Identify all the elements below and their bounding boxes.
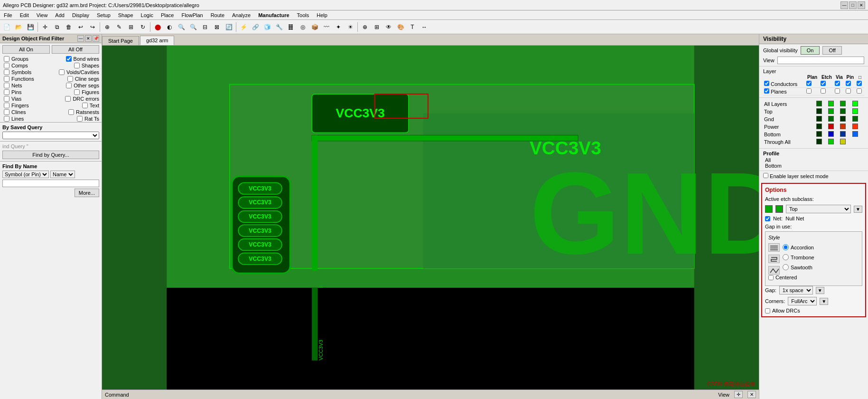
etch-color-box2[interactable] — [775, 205, 783, 213]
filter-check-comps[interactable] — [4, 63, 9, 68]
gnd-color2[interactable] — [828, 116, 834, 122]
filter-check-functions[interactable] — [4, 76, 9, 82]
filter-check-pins[interactable] — [4, 89, 9, 95]
view-input[interactable] — [777, 57, 864, 64]
power-color3[interactable] — [840, 124, 846, 129]
filter-close[interactable]: ✕ — [85, 35, 92, 42]
top-color4[interactable] — [852, 108, 858, 114]
tb-save[interactable]: 💾 — [25, 21, 36, 33]
tb-dim[interactable]: ↔ — [419, 21, 430, 33]
tb-redo[interactable]: ↪ — [87, 21, 98, 33]
top-color2[interactable] — [828, 108, 834, 114]
top-color3[interactable] — [840, 108, 846, 114]
accordion-radio[interactable] — [783, 244, 789, 250]
sawtooth-radio[interactable] — [783, 264, 789, 270]
filter-label-clineseg[interactable]: Cline segs — [67, 76, 99, 82]
more-button[interactable]: More... — [75, 189, 99, 197]
status-close-btn[interactable]: ✕ — [747, 391, 756, 398]
tb-copy[interactable]: ⧉ — [51, 21, 63, 33]
close-button[interactable]: ✕ — [858, 1, 865, 9]
filter-label-ratts[interactable]: Rat Ts — [77, 116, 99, 122]
sawtooth-radio-label[interactable]: Sawtooth — [783, 264, 814, 270]
global-vis-on-button[interactable]: On — [801, 46, 820, 55]
tb-layers[interactable]: ⊕ — [359, 21, 371, 33]
menu-display[interactable]: Display — [68, 11, 93, 19]
tb-highlight[interactable]: ✦ — [333, 21, 344, 33]
all-layers-color1[interactable] — [816, 101, 822, 106]
tb-arc[interactable]: ◐ — [164, 21, 175, 33]
planes-extra[interactable] — [857, 88, 862, 94]
all-layers-color3[interactable] — [840, 101, 846, 106]
maximize-button[interactable]: □ — [849, 1, 857, 9]
planes-pin[interactable] — [846, 88, 851, 94]
active-etch-select[interactable]: Top Gnd Power Bottom — [786, 205, 851, 213]
bottom-color1[interactable] — [816, 131, 822, 137]
conductor-extra[interactable] — [857, 81, 862, 86]
tb-text[interactable]: T — [407, 21, 418, 33]
filter-check-groups[interactable] — [4, 56, 9, 62]
all-off-button[interactable]: All Off — [52, 45, 99, 54]
filter-label-nets[interactable]: Nets — [4, 83, 22, 88]
tb-rotate[interactable]: ↻ — [137, 21, 149, 33]
find-name-type-select[interactable]: Symbol (or Pin) — [2, 171, 49, 178]
filter-minimize[interactable]: — — [77, 35, 84, 42]
trombone-radio[interactable] — [783, 254, 789, 260]
all-layers-color2[interactable] — [828, 101, 834, 106]
gnd-color3[interactable] — [840, 116, 846, 122]
power-color4[interactable] — [852, 124, 858, 129]
menu-edit[interactable]: Edit — [16, 11, 33, 19]
filter-label-symbols[interactable]: Symbols — [4, 69, 31, 75]
menu-place[interactable]: Place — [157, 11, 178, 19]
filter-label-ratsnests[interactable]: Ratsnests — [68, 109, 99, 115]
menu-analyze[interactable]: Analyze — [228, 11, 254, 19]
tb-circle[interactable]: ⬤ — [152, 21, 163, 33]
gnd-color1[interactable] — [816, 116, 822, 122]
tb-undo[interactable]: ↩ — [75, 21, 86, 33]
tb-zoom-fit[interactable]: ⊟ — [199, 21, 211, 33]
filter-check-nets[interactable] — [4, 83, 9, 88]
gap-select[interactable]: 1x space 2x space — [779, 286, 813, 294]
enable-layer-select-check[interactable] — [763, 173, 768, 178]
filter-label-drcerrors[interactable]: DRC errors — [65, 96, 99, 102]
menu-add[interactable]: Add — [51, 11, 68, 19]
tb-3d[interactable]: 🧊 — [261, 21, 273, 33]
planes-plan[interactable] — [806, 88, 812, 94]
conductor-via[interactable] — [835, 81, 840, 86]
top-color1[interactable] — [816, 108, 822, 114]
all-layers-color4[interactable] — [852, 101, 858, 106]
filter-check-shapes[interactable] — [74, 63, 80, 68]
filter-check-clines[interactable] — [4, 109, 9, 115]
tb-cursor[interactable]: ✛ — [39, 21, 51, 33]
filter-check-clineseg[interactable] — [67, 76, 73, 82]
filter-check-ratts[interactable] — [77, 116, 83, 122]
filter-label-text[interactable]: Text — [82, 103, 99, 108]
throughall-color2[interactable] — [828, 139, 834, 144]
filter-check-text[interactable] — [82, 103, 88, 108]
bottom-color4[interactable] — [852, 131, 858, 137]
menu-logic[interactable]: Logic — [137, 11, 157, 19]
tb-zoom-box[interactable]: ⊠ — [211, 21, 223, 33]
find-query-button[interactable]: Find by Query... — [2, 151, 99, 159]
sawtooth-icon[interactable] — [768, 266, 780, 275]
throughall-color3[interactable] — [840, 139, 846, 144]
filter-label-bondwires[interactable]: Bond wires — [66, 56, 99, 62]
power-color1[interactable] — [816, 124, 822, 129]
tb-edit[interactable]: ✎ — [113, 21, 125, 33]
planes-via[interactable] — [835, 88, 840, 94]
tb-zoom-in[interactable]: 🔍 — [176, 21, 187, 33]
tb-ratsnest[interactable]: 🔗 — [250, 21, 261, 33]
tb-new[interactable]: 📄 — [1, 21, 12, 33]
pcb-canvas[interactable]: GND VCC3V3 VCC3V3 VCC3V3 VCC3V3 VCC3V3 V… — [102, 46, 759, 390]
accordion-icon[interactable] — [768, 243, 780, 252]
filter-check-drcerrors[interactable] — [65, 96, 71, 102]
gap-dropdown-btn[interactable]: ▼ — [816, 287, 824, 294]
tb-net[interactable]: 〰 — [321, 21, 332, 33]
power-color2[interactable] — [828, 124, 834, 129]
filter-check-symbols[interactable] — [4, 69, 9, 75]
filter-label-clines[interactable]: Clines — [4, 109, 26, 115]
tb-drc[interactable]: ⚡ — [238, 21, 249, 33]
tb-color[interactable]: 🎨 — [395, 21, 406, 33]
trombone-icon[interactable] — [768, 255, 780, 263]
corners-select[interactable]: FullArc 45 90 — [788, 297, 817, 305]
saved-query-select[interactable] — [2, 132, 99, 139]
